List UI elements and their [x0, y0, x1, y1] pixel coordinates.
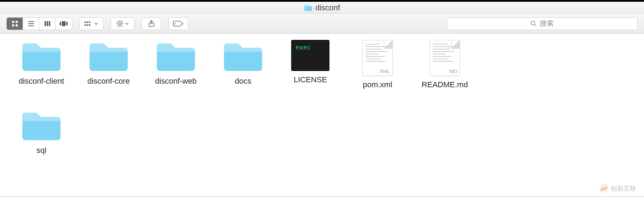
- file-label: sql: [36, 146, 46, 155]
- file-label: pom.xml: [363, 80, 392, 89]
- share-icon: [148, 20, 155, 27]
- svg-point-29: [174, 23, 176, 24]
- window-title: disconf: [315, 3, 340, 12]
- file-item[interactable]: docs: [209, 40, 277, 89]
- file-item[interactable]: MDREADME.md: [411, 40, 478, 89]
- content-area[interactable]: disconf-client disconf-core disconf-web …: [0, 34, 644, 197]
- file-label: disconf-web: [155, 77, 196, 86]
- gear-icon: [116, 20, 124, 28]
- svg-point-30: [531, 21, 535, 25]
- watermark: 创新互联: [599, 184, 636, 193]
- svg-rect-13: [85, 22, 86, 23]
- toolbar: 搜索: [0, 14, 644, 34]
- file-item[interactable]: sql: [8, 109, 75, 155]
- search-input[interactable]: 搜索: [447, 17, 638, 30]
- search-icon: [530, 20, 537, 27]
- svg-rect-6: [28, 25, 34, 26]
- svg-rect-5: [28, 23, 34, 24]
- view-coverflow-button[interactable]: [56, 18, 72, 30]
- svg-rect-2: [12, 24, 14, 26]
- svg-rect-0: [12, 21, 14, 23]
- svg-rect-16: [85, 24, 86, 26]
- search-placeholder: 搜索: [540, 19, 554, 28]
- svg-rect-9: [49, 21, 50, 26]
- folder-icon: [20, 40, 63, 72]
- file-item[interactable]: execLICENSE: [277, 40, 344, 89]
- folder-icon: [222, 40, 264, 72]
- arrange-icon: [85, 21, 93, 26]
- svg-rect-10: [60, 22, 61, 25]
- action-button[interactable]: [110, 17, 134, 30]
- svg-rect-18: [89, 24, 90, 26]
- svg-line-25: [122, 25, 122, 26]
- grid-icon: [11, 20, 18, 27]
- file-label: README.md: [422, 80, 468, 89]
- tag-icon: [173, 20, 184, 27]
- coverflow-icon: [59, 21, 68, 26]
- share-button[interactable]: [142, 17, 161, 30]
- folder-icon: [87, 40, 130, 72]
- view-columns-button[interactable]: [39, 18, 56, 30]
- document-icon: XML: [362, 40, 393, 76]
- svg-rect-17: [87, 24, 88, 26]
- file-label: docs: [235, 77, 251, 86]
- svg-line-31: [535, 24, 536, 26]
- svg-line-26: [117, 25, 118, 26]
- view-list-button[interactable]: [23, 18, 39, 30]
- svg-rect-8: [47, 21, 48, 26]
- svg-rect-7: [45, 21, 46, 26]
- watermark-icon: [599, 184, 609, 193]
- folder-icon: [20, 109, 63, 142]
- svg-rect-3: [16, 24, 18, 26]
- file-item[interactable]: disconf-core: [75, 40, 142, 89]
- svg-rect-15: [89, 22, 90, 23]
- svg-point-19: [119, 22, 121, 25]
- svg-rect-11: [62, 21, 65, 26]
- svg-rect-1: [16, 21, 18, 23]
- svg-rect-12: [66, 22, 68, 25]
- finder-window: disconf: [0, 0, 644, 197]
- titlebar[interactable]: disconf: [0, 2, 644, 14]
- chevron-down-icon: [94, 22, 98, 25]
- svg-line-27: [122, 21, 122, 22]
- file-grid: disconf-client disconf-core disconf-web …: [8, 40, 636, 155]
- view-icon-button[interactable]: [7, 18, 23, 30]
- file-label: disconf-core: [87, 77, 130, 86]
- folder-icon: [304, 4, 312, 11]
- arrange-button[interactable]: [79, 17, 103, 30]
- exec-icon: exec: [291, 40, 329, 71]
- svg-rect-4: [28, 21, 34, 22]
- file-item[interactable]: disconf-web: [142, 40, 209, 89]
- tags-button[interactable]: [168, 17, 188, 30]
- document-icon: MD: [430, 40, 460, 76]
- file-item[interactable]: disconf-client: [8, 40, 75, 89]
- columns-icon: [44, 20, 51, 27]
- svg-rect-14: [87, 22, 88, 23]
- view-switcher: [6, 17, 72, 30]
- title-folder-chip: disconf: [304, 3, 340, 12]
- list-icon: [28, 20, 35, 27]
- chevron-down-icon: [125, 22, 129, 25]
- svg-line-24: [117, 21, 118, 22]
- file-label: LICENSE: [294, 75, 327, 84]
- file-item[interactable]: XMLpom.xml: [344, 40, 411, 89]
- watermark-text: 创新互联: [611, 184, 636, 193]
- file-label: disconf-client: [19, 77, 64, 86]
- folder-icon: [155, 40, 197, 72]
